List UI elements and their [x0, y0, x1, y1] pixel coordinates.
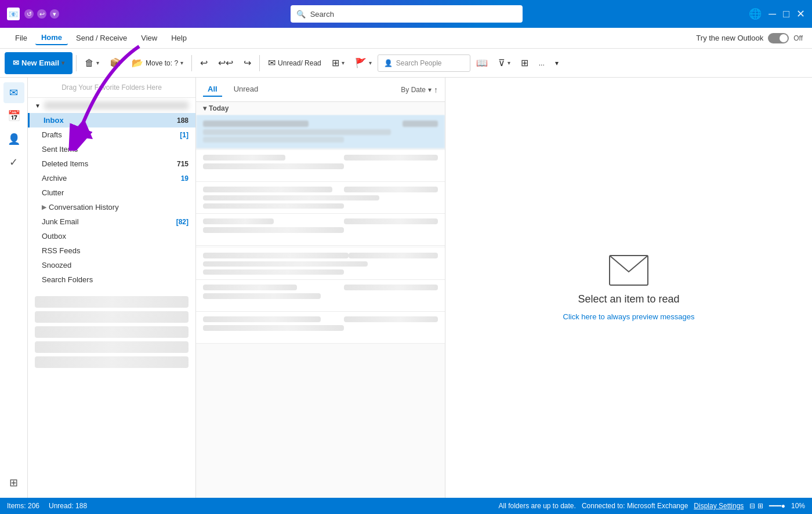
folder-snoozed[interactable]: Snoozed	[28, 258, 195, 272]
delete-icon: 🗑	[85, 58, 94, 68]
nav-apps[interactable]: ⊞	[3, 472, 24, 493]
move-dropdown-icon: ▾	[180, 60, 183, 66]
email-item-4[interactable]	[196, 214, 445, 246]
app-icon: 📧	[7, 8, 20, 20]
account-header[interactable]: ▼	[28, 98, 195, 113]
status-sync: All folders are up to date.	[498, 502, 575, 510]
nav-mail[interactable]: ✉	[3, 82, 24, 103]
section-collapse-icon: ▾	[203, 104, 206, 112]
menu-help[interactable]: Help	[165, 31, 193, 45]
category-button[interactable]: ⊞ ▾	[327, 52, 349, 74]
new-email-button[interactable]: ✉ New Email ▾	[5, 52, 72, 74]
email-item-2[interactable]	[196, 150, 445, 182]
toggle-state-label: Off	[793, 34, 803, 42]
minimize-btn[interactable]: ─	[768, 8, 776, 20]
sort-direction-icon[interactable]: ↑	[434, 85, 438, 94]
folder-conversation-history[interactable]: ▶ Conversation History	[28, 200, 195, 214]
tab-unread[interactable]: Unread	[229, 82, 263, 97]
status-display-settings[interactable]: Display Settings	[694, 502, 744, 510]
reading-pane-title: Select an item to read	[578, 293, 679, 305]
email-item-6[interactable]	[196, 280, 445, 312]
undo-btn[interactable]: ↩	[37, 9, 46, 19]
menu-view[interactable]: View	[135, 31, 163, 45]
search-people-input[interactable]: 👤 Search People	[378, 54, 470, 72]
status-view-icons[interactable]: ⊟ ⊞	[749, 502, 763, 510]
delete-dropdown-icon: ▾	[96, 60, 99, 66]
menu-file[interactable]: File	[9, 31, 33, 45]
tab-all[interactable]: All	[203, 82, 222, 97]
status-zoom-slider[interactable]: ━━━●	[769, 502, 785, 510]
email-list-header: All Unread By Date ▾ ↑	[196, 78, 445, 102]
filter-button[interactable]: ⊽ ▾	[494, 52, 515, 74]
folder-deleted[interactable]: Deleted Items 715	[28, 156, 195, 171]
status-zoom-level: 10%	[791, 502, 805, 510]
more-options-button[interactable]: ...	[534, 52, 549, 74]
search-container: 🔍 Search	[68, 5, 744, 23]
unread-read-button[interactable]: ✉ Unread/ Read	[263, 52, 326, 74]
move-to-label: Move to: ?	[146, 59, 178, 67]
folder-inbox[interactable]: Inbox 188	[28, 113, 195, 127]
flag-button[interactable]: 🚩 ▾	[350, 52, 376, 74]
status-bar: Items: 206 Unread: 188 All folders are u…	[0, 498, 812, 514]
email-item-7[interactable]	[196, 312, 445, 344]
view-switch-icon: ⊞	[521, 57, 528, 68]
email-item-1[interactable]	[196, 115, 445, 149]
folder-deleted-label: Deleted Items	[42, 159, 177, 168]
nav-tasks[interactable]: ✓	[3, 152, 24, 173]
folder-sent[interactable]: Sent Items	[28, 142, 195, 156]
folder-clutter-label: Clutter	[42, 188, 188, 197]
close-btn[interactable]: ✕	[796, 8, 805, 20]
sort-control[interactable]: By Date ▾ ↑	[401, 85, 438, 94]
title-bar-controls: ↺ ↩ ▾	[24, 9, 59, 19]
reply-all-button[interactable]: ↩↩	[213, 52, 238, 74]
refresh-btn[interactable]: ↺	[24, 9, 34, 19]
folder-drafts[interactable]: Drafts [1]	[28, 127, 195, 142]
menu-home[interactable]: Home	[35, 31, 68, 45]
blurred-folder-4	[35, 341, 188, 353]
global-search[interactable]: 🔍 Search	[291, 5, 523, 23]
sort-label: By Date	[401, 86, 426, 94]
folder-sidebar: Drag Your Favorite Folders Here ▼ Inbox …	[28, 78, 196, 498]
folder-inbox-badge: 188	[177, 116, 188, 125]
folder-archive-badge: 19	[181, 174, 188, 183]
blurred-folder-2	[35, 311, 188, 323]
unread-read-label: Unread/ Read	[278, 59, 321, 67]
account-name	[44, 101, 188, 110]
title-bar: 📧 ↺ ↩ ▾ 🔍 Search 🌐 ─ □ ✕	[0, 0, 812, 28]
maximize-btn[interactable]: □	[783, 8, 789, 20]
folder-junk[interactable]: Junk Email [82]	[28, 214, 195, 229]
folder-rss[interactable]: RSS Feeds	[28, 243, 195, 258]
more-btn[interactable]: ▾	[50, 9, 59, 19]
new-email-label: New Email	[21, 59, 59, 67]
status-connection: Connected to: Microsoft Exchange	[582, 502, 688, 510]
nav-calendar[interactable]: 📅	[3, 105, 24, 126]
view-switch-button[interactable]: ⊞	[516, 52, 533, 74]
status-unread-count: Unread: 188	[49, 502, 87, 510]
delete-button[interactable]: 🗑 ▾	[80, 52, 104, 74]
try-outlook-section: Try the new Outlook Off	[696, 33, 803, 43]
expand-ribbon-button[interactable]: ▾	[550, 52, 563, 74]
reading-pane-link[interactable]: Click here to always preview messages	[563, 312, 695, 321]
undo-button[interactable]: ↩	[195, 52, 212, 74]
toolbar-separator-3	[259, 55, 260, 71]
nav-people[interactable]: 👤	[3, 129, 24, 150]
email-item-3[interactable]	[196, 182, 445, 214]
folder-search[interactable]: Search Folders	[28, 272, 195, 287]
move-to-button[interactable]: 📂 Move to: ? ▾	[127, 52, 188, 74]
globe-icon[interactable]: 🌐	[749, 8, 762, 20]
address-book-button[interactable]: 📖	[472, 52, 492, 74]
email-item-5[interactable]	[196, 248, 445, 280]
forward-button[interactable]: ↪	[239, 52, 256, 74]
folder-clutter[interactable]: Clutter	[28, 185, 195, 200]
status-bar-right: All folders are up to date. Connected to…	[498, 502, 805, 510]
menu-send-receive[interactable]: Send / Receive	[70, 31, 133, 45]
archive-icon: 📦	[110, 57, 121, 68]
folder-outbox[interactable]: Outbox	[28, 229, 195, 243]
expand-icon: ▶	[42, 203, 46, 211]
folder-archive[interactable]: Archive 19	[28, 171, 195, 185]
try-outlook-toggle[interactable]	[768, 33, 789, 43]
archive-button[interactable]: 📦	[105, 52, 126, 74]
flag-dropdown-icon: ▾	[369, 60, 372, 66]
section-label: Today	[209, 104, 229, 112]
drag-favorites-area: Drag Your Favorite Folders Here	[28, 78, 195, 98]
